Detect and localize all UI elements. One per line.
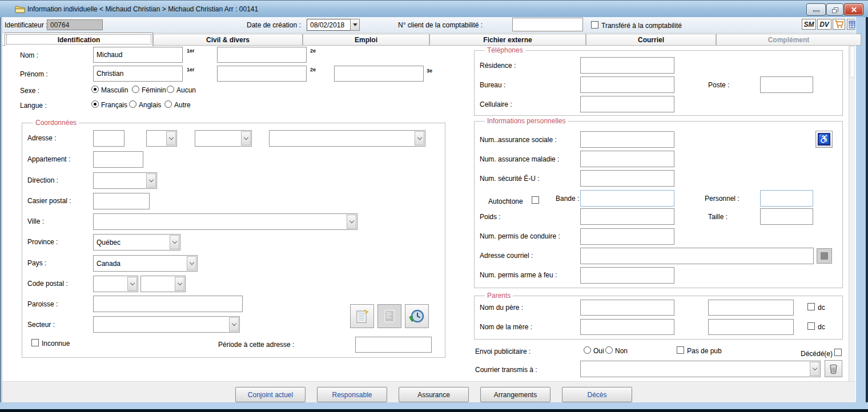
cart-button[interactable]	[833, 19, 845, 30]
code-postal-combo-2[interactable]	[140, 276, 186, 292]
province-combo[interactable]: Québec	[93, 234, 180, 251]
minimize-button[interactable]	[806, 3, 826, 15]
combo-button[interactable]	[175, 277, 184, 291]
nas-field[interactable]	[580, 131, 674, 148]
nom-field-2[interactable]	[217, 47, 307, 63]
tab-courriel[interactable]: Courriel	[586, 34, 716, 46]
tab-identification[interactable]: Identification	[5, 33, 153, 46]
direction-combo[interactable]	[93, 172, 157, 189]
mere-dc-checkbox[interactable]	[807, 322, 815, 330]
prenom-field-1[interactable]: Christian	[93, 66, 183, 82]
combo-button[interactable]	[166, 131, 176, 146]
casier-postal-field[interactable]	[93, 193, 150, 209]
poste-field[interactable]	[760, 76, 813, 93]
taille-field[interactable]	[760, 208, 813, 225]
bureau-field[interactable]	[580, 76, 674, 93]
nam-field[interactable]	[580, 151, 674, 167]
new-address-note-button[interactable]	[350, 304, 374, 328]
sexe-radio-feminin[interactable]	[132, 86, 139, 93]
accessibility-button[interactable]: ♿	[815, 131, 833, 148]
pays-combo[interactable]: Canada	[93, 255, 198, 272]
decede-checkbox[interactable]	[834, 349, 842, 356]
langue-radio-francais[interactable]	[91, 100, 99, 108]
conjoint-actuel-button[interactable]: Conjoint actuel	[235, 387, 306, 402]
nom-field-1[interactable]: Michaud	[93, 47, 183, 63]
responsable-button[interactable]: Responsable	[317, 387, 387, 402]
combo-button[interactable]	[347, 215, 356, 229]
envoi-radio-non[interactable]	[605, 346, 613, 354]
prenom-field-2[interactable]	[217, 66, 307, 82]
address-history-button[interactable]	[405, 304, 429, 328]
courrier-transmis-combo[interactable]	[580, 361, 821, 377]
adresse-rue-combo[interactable]	[269, 130, 425, 147]
appartement-field[interactable]	[93, 151, 143, 168]
nom-mere-field-1[interactable]	[580, 319, 674, 335]
pas-de-pub-checkbox[interactable]	[677, 346, 684, 354]
nseu-field[interactable]	[580, 170, 674, 187]
nom-pere-field-2[interactable]	[708, 300, 794, 316]
envoi-radio-oui[interactable]	[584, 346, 591, 354]
tab-emploi[interactable]: Emploi	[303, 34, 429, 46]
inconnue-checkbox[interactable]	[31, 339, 39, 346]
pere-dc-checkbox[interactable]	[807, 303, 815, 310]
sexe-radio-aucun[interactable]	[167, 86, 174, 93]
bande-field[interactable]	[580, 190, 674, 207]
secteur-combo[interactable]	[93, 316, 240, 333]
combo-button[interactable]	[810, 362, 819, 376]
adresse-courriel-field[interactable]	[580, 248, 814, 264]
app-window: Information individuelle < Michaud Chris…	[0, 0, 868, 412]
no-client-field[interactable]	[512, 18, 583, 31]
poids-field[interactable]	[580, 208, 674, 225]
paroisse-label: Paroisse :	[27, 300, 58, 308]
autochtone-checkbox[interactable]	[532, 196, 539, 204]
paroisse-field[interactable]	[93, 296, 243, 312]
code-postal-combo-1[interactable]	[93, 276, 138, 292]
scrollbar-thumb[interactable]	[850, 46, 855, 78]
vertical-scrollbar[interactable]	[849, 45, 855, 381]
deces-button[interactable]: Décès	[562, 387, 632, 402]
dv-button[interactable]: DV	[817, 19, 831, 30]
adresse-numero-field[interactable]	[93, 130, 124, 147]
tab-civil-divers[interactable]: Civil & divers	[153, 34, 303, 46]
chevron-down-icon	[189, 260, 194, 265]
envoi-publicitaire-label: Envoi publicitaire :	[475, 348, 531, 356]
arrangements-button[interactable]: Arrangements	[480, 387, 550, 402]
date-creation-field[interactable]: 08/02/2018	[307, 19, 351, 31]
permis-conduire-label: Num. permis de conduire :	[480, 232, 560, 240]
periode-field[interactable]	[355, 337, 432, 353]
document-gray-icon	[382, 308, 397, 324]
adresse-combo-2[interactable]	[195, 130, 252, 147]
combo-button[interactable]	[229, 317, 239, 332]
combo-button[interactable]	[170, 235, 179, 249]
tab-fichier-externe[interactable]: Fichier externe	[429, 34, 586, 46]
telephones-title: Téléphones	[485, 46, 525, 54]
adresse-combo-1[interactable]	[146, 130, 177, 147]
assurance-button[interactable]: Assurance	[399, 387, 469, 402]
permis-conduire-field[interactable]	[580, 228, 674, 245]
combo-button[interactable]	[146, 173, 156, 188]
nom-mere-field-2[interactable]	[708, 319, 794, 335]
transfere-checkbox[interactable]	[591, 21, 598, 29]
restore-button[interactable]	[826, 3, 843, 15]
pays-value: Canada	[97, 260, 120, 268]
delete-courrier-button[interactable]	[825, 360, 842, 377]
window-edge-right	[866, 17, 868, 412]
combo-button[interactable]	[241, 131, 251, 146]
combo-button[interactable]	[127, 277, 137, 291]
sm-button[interactable]: SM	[802, 19, 816, 30]
close-button[interactable]	[844, 3, 863, 15]
sexe-radio-masculin[interactable]	[91, 86, 99, 93]
date-dropdown-button[interactable]	[350, 19, 360, 31]
nom-pere-field-1[interactable]	[580, 300, 674, 316]
langue-radio-anglais[interactable]	[129, 100, 136, 108]
combo-button[interactable]	[415, 131, 424, 146]
combo-button[interactable]	[187, 256, 196, 270]
residence-field[interactable]	[580, 57, 674, 74]
prenom-field-3[interactable]	[334, 66, 424, 82]
langue-radio-autre[interactable]	[164, 100, 172, 108]
personnel-field[interactable]	[760, 190, 813, 207]
permis-arme-field[interactable]	[580, 267, 674, 284]
cellulaire-field[interactable]	[580, 96, 674, 112]
ville-combo[interactable]	[93, 213, 357, 230]
send-email-button[interactable]	[817, 248, 832, 264]
